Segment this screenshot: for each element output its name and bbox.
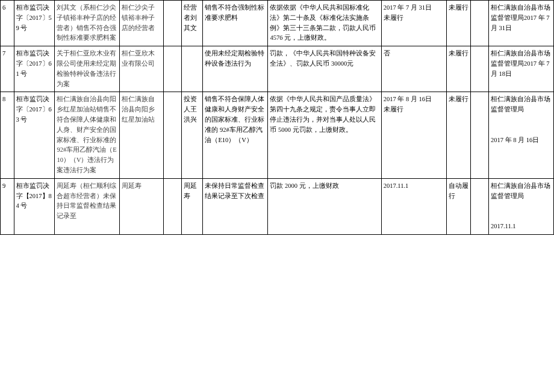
cell-blank2 [470, 178, 488, 234]
cell-case: 刘其文（系桓仁沙尖子镇裕丰种子店的经营者）销售不符合强制性标准要求肥料案 [55, 1, 120, 46]
cell-org: 桓仁满族自治县市场监督管理局2017.11.1 [488, 178, 553, 234]
cell-perf: 未履行 [446, 1, 470, 46]
cell-org: 桓仁满族自治县市场监督管理局2017 年 8 月 16日 [488, 92, 553, 178]
cell-blank1 [164, 178, 182, 234]
table-body: 6 桓市监罚决字〔2017〕59 号 刘其文（系桓仁沙尖子镇裕丰种子店的经营者）… [1, 1, 554, 235]
cell-blank1 [164, 1, 182, 46]
cell-idx: 8 [1, 92, 14, 178]
cell-date: 2017 年 7 月 31日 未履行 [381, 1, 446, 46]
cell-rep: 投资人王洪兴 [182, 92, 203, 178]
cell-blank2 [470, 1, 488, 46]
cell-blank1 [164, 46, 182, 92]
cell-rep: 周延寿 [182, 178, 203, 234]
cell-basis: 罚款，《中华人民共和国特种设备安全法》、罚款人民币 30000元 [268, 46, 381, 92]
cell-rep [182, 46, 203, 92]
table-row: 7 桓市监罚决字〔2017〕61 号 关于桓仁亚欣木业有限公司使用未经定期检验特… [1, 46, 554, 92]
cell-fact: 销售不符合强制性标准要求肥料 [203, 1, 268, 46]
cell-party: 周延寿 [120, 178, 164, 234]
cell-idx: 7 [1, 46, 14, 92]
cell-blank2 [470, 46, 488, 92]
cell-case: 关于桓仁亚欣木业有限公司使用未经定期检验特种设备违法行为案 [55, 46, 120, 92]
cell-case: 周延寿（桓仁顺利综合超市经营者）未保持日常监督检查结果记录至 [55, 178, 120, 234]
cell-docno: 桓市监罚决字〔2017〕61 号 [14, 46, 55, 92]
cell-rep: 经营者刘其文 [182, 1, 203, 46]
table-row: 9 桓市监罚决字【2017】84 号 周延寿（桓仁顺利综合超市经营者）未保持日常… [1, 178, 554, 234]
cell-date: 2017.11.1 [381, 178, 446, 234]
cell-party: 桓仁亚欣木业有限公司 [120, 46, 164, 92]
cell-date: 否 [381, 46, 446, 92]
cell-date: 2017 年 8 月 16日 未履行 [381, 92, 446, 178]
cell-perf: 未履行 [446, 46, 470, 92]
cell-perf: 未履行 [446, 92, 470, 178]
cell-idx: 6 [1, 1, 14, 46]
cell-fact: 未保持日常监督检查结果记录至下次检查 [203, 178, 268, 234]
cell-docno: 桓市监罚决字【2017】84 号 [14, 178, 55, 234]
cell-fact: 销售不符合保障人体健康和人身财产安全的国家标准、行业标准的 92#车用乙醇汽油（… [203, 92, 268, 178]
cell-docno: 桓市监罚决字〔2017〕59 号 [14, 1, 55, 46]
table-row: 8 桓市监罚决字〔2017〕63 号 桓仁满族自治县向阳乡红星加油站销售不符合保… [1, 92, 554, 178]
cell-perf: 自动履行 [446, 178, 470, 234]
cell-org: 桓仁满族自治县市场监督管理局2017 年 7 月 31日 [488, 1, 553, 46]
cell-case: 桓仁满族自治县向阳乡红星加油站销售不符合保障人体健康和人身、财产安全的国家标准、… [55, 92, 120, 178]
cell-docno: 桓市监罚决字〔2017〕63 号 [14, 92, 55, 178]
cell-org: 桓仁满族自治县市场监督管理局2017 年 7 月 18日 [488, 46, 553, 92]
penalty-table: 6 桓市监罚决字〔2017〕59 号 刘其文（系桓仁沙尖子镇裕丰种子店的经营者）… [0, 0, 554, 235]
cell-blank1 [164, 92, 182, 178]
cell-basis: 罚款 2000 元，上缴财政 [268, 178, 381, 234]
cell-blank2 [470, 92, 488, 178]
cell-party: 桓仁满族自治县向阳乡红星加油站 [120, 92, 164, 178]
cell-fact: 使用未经定期检验特种设备违法行为 [203, 46, 268, 92]
cell-idx: 9 [1, 178, 14, 234]
table-row: 6 桓市监罚决字〔2017〕59 号 刘其文（系桓仁沙尖子镇裕丰种子店的经营者）… [1, 1, 554, 46]
cell-basis: 依据依据《中华人民共和国标准化法》第二十条及《标准化法实施条例》第三十三条第二款… [268, 1, 381, 46]
cell-basis: 依据《中华人民共和国产品质量法》第四十九条之规定，责令当事人立即停止违法行为，并… [268, 92, 381, 178]
cell-party: 桓仁沙尖子镇裕丰种子店的经营者 [120, 1, 164, 46]
